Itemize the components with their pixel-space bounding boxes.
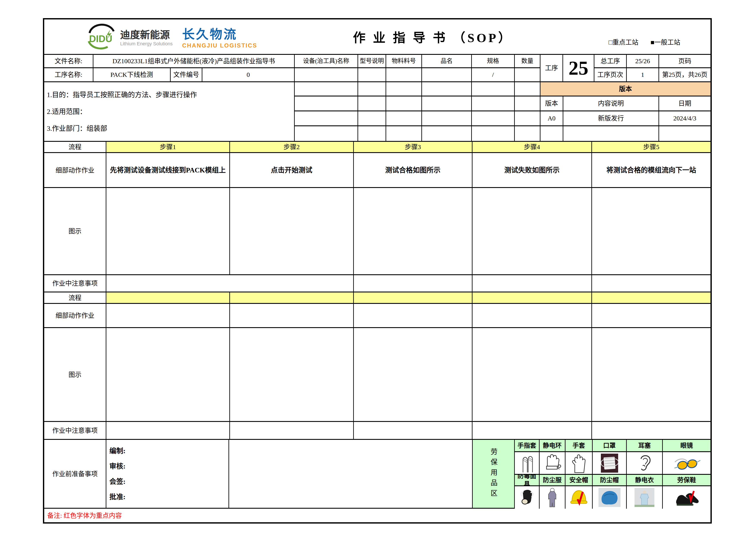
file-name-label: 文件名称:	[44, 55, 94, 68]
ppe-header: 安全帽	[565, 475, 593, 486]
sheet-header: DIDU 迪度新能源 Lithium Energy Solutions 长久物流…	[44, 19, 711, 55]
prep-label: 作业前准备事项	[44, 440, 106, 509]
grid-cell	[386, 126, 422, 142]
ear-plugs-icon	[635, 453, 654, 473]
gloves-icon	[570, 453, 588, 473]
step-header-cell	[472, 293, 592, 304]
material-no-label: 物料料号	[386, 55, 422, 68]
grid-cell	[472, 97, 515, 111]
sop-table: DIDU 迪度新能源 Lithium Energy Solutions 长久物流…	[43, 18, 712, 523]
caution-cell	[354, 275, 472, 293]
step-4-detail: 测试失败如图所示	[472, 153, 592, 188]
doc-no-label: 文件编号	[171, 68, 202, 82]
diagram-cell-step-2	[230, 188, 354, 275]
station-general-checkbox[interactable]: ■一般工站	[651, 37, 680, 46]
spec-value: /	[472, 68, 515, 82]
prepared-by-label: 编制:	[109, 446, 125, 455]
product-name-value	[422, 68, 472, 82]
doc-no-value: 0	[202, 68, 295, 82]
safety-shoes-icon	[671, 488, 703, 507]
ppe-icon-cell	[627, 452, 663, 475]
grid-cell	[295, 82, 358, 97]
step-header-cell	[106, 293, 230, 304]
ppe-icon-cell	[663, 452, 711, 475]
ppe-icon-cell	[627, 486, 663, 509]
process-page-seq-value: 1	[627, 68, 659, 82]
diagram-cell-step-2	[230, 328, 354, 422]
process-name-value: PACK下线检测	[94, 68, 171, 82]
grid-cell	[472, 111, 515, 126]
ppe-header: 眼镜	[663, 440, 711, 452]
version-desc-col-header: 内容说明	[563, 97, 659, 111]
version-table: 版本 版本 内容说明 日期 A0 新版发行 2024/4/3	[540, 82, 711, 142]
changjiu-company-name: 长久物流	[182, 24, 237, 42]
purpose-version-block: 1.目的：指导员工按照正确的方法、步骤进行操作 2.适用范围： 3.作业部门：组…	[44, 82, 711, 142]
flow-label: 流程	[44, 142, 106, 153]
safety-helmet-icon	[569, 488, 589, 507]
material-no-value	[386, 68, 422, 82]
didu-tagline: Lithium Energy Solutions	[120, 41, 173, 47]
step-3-detail: 测试合格如图所示	[354, 153, 472, 188]
prep-section: 作业前准备事项 编制: 审核: 会签: 批准: 劳保用品区 手指套 静电环 手套…	[44, 440, 711, 509]
detail-actions-label: 细部动作作业	[44, 153, 106, 188]
page-title: 作 业 指 导 书 （SOP）	[257, 28, 608, 46]
detail-cell	[592, 304, 711, 328]
ppe-header: 静电衣	[627, 475, 663, 486]
ppe-header: 静电环	[540, 440, 565, 452]
didu-logo: DIDU 迪度新能源 Lithium Energy Solutions	[85, 23, 173, 51]
grid-cell	[358, 126, 386, 142]
finger-cots-icon	[518, 453, 535, 473]
caution-cell	[106, 275, 354, 293]
process-name-label: 工序名称:	[44, 68, 94, 82]
grid-cell	[358, 111, 386, 126]
version-table-title: 版本	[540, 82, 711, 97]
grid-cell	[422, 97, 472, 111]
ppe-area-cell: 劳保用品区	[473, 440, 515, 509]
step-4-header: 步骤4	[472, 142, 592, 153]
station-type-options: □重点工站 ■一般工站	[608, 37, 680, 46]
ppe-header: 手指套	[515, 440, 540, 452]
station-key-checkbox[interactable]: □重点工站	[608, 37, 638, 46]
step-1-header: 步骤1	[106, 142, 230, 153]
signature-block: 编制: 审核: 会签: 批准:	[106, 440, 229, 509]
detail-cell	[472, 304, 592, 328]
ppe-icon-cell	[540, 486, 565, 509]
face-mask-icon	[598, 453, 621, 473]
step-1-detail: 先将测试设备测试线接到PACK模组上	[106, 153, 230, 188]
process-page-seq-label: 工序页次	[594, 68, 627, 82]
flow-header-row-2: 流程	[44, 293, 711, 304]
step-2-header: 步骤2	[230, 142, 354, 153]
grid-cell	[422, 111, 472, 126]
grid-cell	[295, 111, 358, 126]
doc-info-rows: 文件名称: 工序名称: DZ100233L1组串式户外储能柜(液冷)产品组装作业…	[44, 55, 711, 82]
qty-label: 数量	[515, 55, 540, 68]
version-value	[540, 126, 563, 142]
page-no-label: 页码	[659, 55, 711, 68]
changjiu-logo: 长久物流 CHANGJIU LOGISTICS	[182, 24, 257, 49]
grid-cell	[295, 126, 358, 142]
step-3-header: 步骤3	[354, 142, 472, 153]
diagram-cell-step-5	[592, 188, 711, 275]
model-value	[358, 68, 386, 82]
reviewed-by-label: 审核:	[109, 462, 125, 470]
flow-label: 流程	[44, 293, 106, 304]
version-desc-value	[563, 126, 659, 142]
detail-cell	[106, 304, 230, 328]
changjiu-tagline: CHANGJIU LOGISTICS	[182, 42, 257, 49]
diagram-row-2: 图示	[44, 328, 711, 422]
didu-text-block: 迪度新能源 Lithium Energy Solutions	[120, 27, 173, 47]
caution-cell	[592, 422, 711, 440]
qty-value	[515, 68, 540, 82]
ppe-header: 手套	[565, 440, 593, 452]
diagram-cell-step-1	[106, 188, 230, 275]
diagram-cell-step-3	[354, 328, 472, 422]
flow-header-row-1: 流程 步骤1 步骤2 步骤3 步骤4 步骤5	[44, 142, 711, 153]
model-label: 型号说明	[358, 55, 386, 68]
detail-actions-row-1: 细部动作作业 先将测试设备测试线接到PACK模组上 点击开始测试 测试合格如图所…	[44, 153, 711, 188]
process-seq-number: 25	[563, 55, 594, 82]
version-date-col-header: 日期	[659, 97, 711, 111]
ppe-icon-cell	[593, 452, 627, 475]
equipment-label: 设备(治工具)名称	[295, 55, 358, 68]
grid-cell	[358, 97, 386, 111]
grid-cell	[515, 111, 540, 126]
